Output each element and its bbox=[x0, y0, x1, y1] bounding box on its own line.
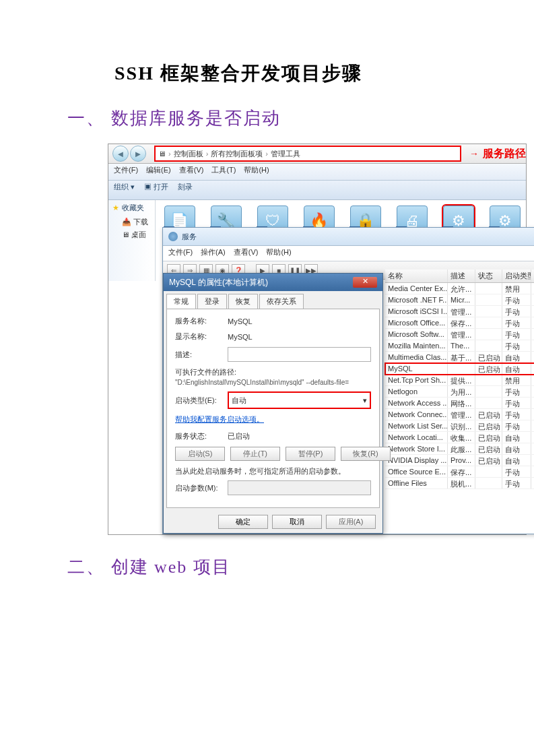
table-row[interactable]: Offline Files脱机...手动本地系统 bbox=[385, 478, 534, 489]
sidebar-item[interactable]: 🖥 桌面 bbox=[112, 228, 151, 241]
table-row[interactable]: MySQL已启动自动本地系统 bbox=[385, 363, 534, 375]
table-row[interactable]: Network Access ...网络...手动网络服务 bbox=[385, 398, 534, 409]
tab[interactable]: 常规 bbox=[166, 294, 196, 309]
cancel-button[interactable]: 取消 bbox=[272, 515, 322, 529]
sidebar-item[interactable]: 📥 下载 bbox=[112, 216, 151, 228]
forward-button[interactable]: ► bbox=[130, 146, 146, 162]
table-row[interactable]: Media Center Ex...允许...禁用本地服务 bbox=[385, 283, 534, 294]
heading-1: 一、 数据库服务是否启动 bbox=[67, 106, 467, 130]
table-row[interactable]: NVIDIA Display ...Prov...已启动自动本地系统 bbox=[385, 455, 534, 466]
tab[interactable]: 依存关系 bbox=[259, 294, 304, 309]
arrow-icon: → bbox=[469, 148, 479, 159]
table-row[interactable]: Network Connec...管理...已启动手动本地系统 bbox=[385, 409, 534, 420]
breadcrumb-label: 服务路径 bbox=[483, 147, 526, 161]
table-row[interactable]: Microsoft Softw...管理...手动本地系统 bbox=[385, 329, 534, 340]
table-row[interactable]: Netlogon为用...手动本地系统 bbox=[385, 386, 534, 398]
sidebar: ★收藏夹 📥 下载 🖥 桌面 bbox=[108, 200, 156, 281]
gear-icon bbox=[168, 232, 178, 241]
tab[interactable]: 恢复 bbox=[228, 294, 258, 309]
list-header[interactable]: 名称描述状态启动类型登录为 bbox=[385, 270, 534, 283]
resume-button[interactable]: 恢复(R) bbox=[341, 447, 391, 461]
toolbar[interactable]: 组织 ▾▣ 打开刻录 bbox=[108, 181, 526, 200]
startup-type-select[interactable]: 自动▾ bbox=[228, 391, 371, 409]
breadcrumb-bar: ◄ ► 🖥›控制面板›所有控制面板项›管理工具 → 服务路径 bbox=[108, 144, 526, 164]
table-row[interactable]: Microsoft iSCSI I...管理...手动本地系统 bbox=[385, 306, 534, 317]
table-row[interactable]: Net.Tcp Port Sh...提供...禁用本地服务 bbox=[385, 375, 534, 386]
pause-button[interactable]: 暂停(P) bbox=[286, 447, 335, 461]
stop-button[interactable]: 停止(T) bbox=[230, 447, 280, 461]
screenshot-1: ◄ ► 🖥›控制面板›所有控制面板项›管理工具 → 服务路径 文件(F)编辑(E… bbox=[108, 144, 527, 535]
dialog-titlebar: MySQL 的属性(本地计算机) ✕ bbox=[164, 274, 382, 291]
services-title: 服务 bbox=[163, 228, 534, 246]
table-row[interactable]: Multimedia Clas...基于...已启动自动本地系统 bbox=[385, 352, 534, 363]
breadcrumb[interactable]: 🖥›控制面板›所有控制面板项›管理工具 bbox=[154, 146, 461, 162]
heading-2: 二、 创建 web 项目 bbox=[67, 555, 467, 579]
start-button[interactable]: 启动(S) bbox=[175, 447, 225, 461]
table-row[interactable]: Microsoft Office...保存...手动本地系统 bbox=[385, 317, 534, 329]
properties-dialog: MySQL 的属性(本地计算机) ✕ 常规登录恢复依存关系 服务名称:MySQL… bbox=[163, 273, 383, 534]
ok-button[interactable]: 确定 bbox=[218, 515, 268, 529]
tab[interactable]: 登录 bbox=[197, 294, 227, 309]
table-row[interactable]: Office Source E...保存...手动本地系统 bbox=[385, 466, 534, 478]
description-input[interactable] bbox=[228, 347, 371, 362]
start-params-input bbox=[228, 480, 371, 495]
table-row[interactable]: Mozilla Mainten...The...手动本地系统 bbox=[385, 340, 534, 352]
page-title: SSH 框架整合开发项目步骤 bbox=[114, 61, 467, 86]
table-row[interactable]: Network List Ser...识别...已启动手动本地服务 bbox=[385, 420, 534, 432]
back-button[interactable]: ◄ bbox=[112, 146, 129, 162]
table-row[interactable]: Network Locati...收集...已启动自动网络服务 bbox=[385, 432, 534, 443]
close-button[interactable]: ✕ bbox=[353, 277, 377, 288]
table-row[interactable]: Network Store I...此服...已启动自动本地服务 bbox=[385, 443, 534, 455]
table-row[interactable]: Microsoft .NET F...Micr...手动本地系统 bbox=[385, 294, 534, 306]
help-link[interactable]: 帮助我配置服务启动选项。 bbox=[175, 414, 371, 424]
services-list: 名称描述状态启动类型登录为 Media Center Ex...允许...禁用本… bbox=[385, 270, 534, 489]
apply-button[interactable]: 应用(A) bbox=[326, 515, 376, 529]
services-window: 服务 文件(F)操作(A)查看(V)帮助(H) ⇐⇒▦◉❓ ▶■❚❚▶▶ 名称描… bbox=[162, 227, 534, 534]
dialog-tabs: 常规登录恢复依存关系 bbox=[164, 291, 382, 309]
services-menu[interactable]: 文件(F)操作(A)查看(V)帮助(H) bbox=[163, 246, 534, 261]
menu-bar[interactable]: 文件(F)编辑(E)查看(V)工具(T)帮助(H) bbox=[108, 164, 526, 181]
